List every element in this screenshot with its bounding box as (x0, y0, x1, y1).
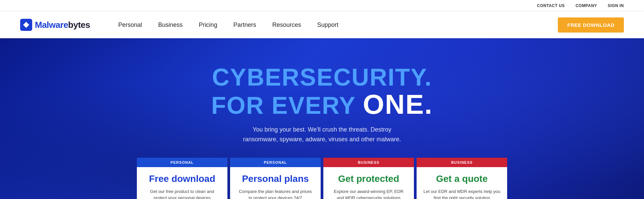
card-3-header: BUSINESS (323, 158, 414, 167)
sign-in-link[interactable]: SIGN IN (608, 3, 624, 8)
hero-section: CYBERSECURITY. FOR EVERY ONE. You bring … (0, 38, 644, 199)
card-2-header: PERSONAL (230, 158, 321, 167)
hero-subtitle-line2: ransomware, spyware, adware, viruses and… (243, 136, 401, 143)
logo-diamond (23, 22, 29, 28)
nav-links: Personal Business Pricing Partners Resou… (110, 11, 558, 38)
cards-row: PERSONAL Free download Get our free prod… (127, 158, 517, 199)
nav-business[interactable]: Business (150, 11, 191, 38)
card-1-body: Free download Get our free product to cl… (137, 167, 227, 199)
card-4-title[interactable]: Get a quote (436, 174, 488, 184)
card-3-title[interactable]: Get protected (338, 174, 399, 184)
hero-line2-suffix: ONE. (363, 89, 433, 119)
card-get-quote: BUSINESS Get a quote Let our EDR and MDR… (417, 158, 507, 199)
nav-partners[interactable]: Partners (225, 11, 264, 38)
hero-subtitle-line1: You bring your best. We'll crush the thr… (253, 126, 391, 133)
hero-subtitle: You bring your best. We'll crush the thr… (243, 125, 401, 144)
nav-resources[interactable]: Resources (264, 11, 309, 38)
contact-us-link[interactable]: CONTACT US (537, 3, 565, 8)
card-1-desc: Get our free product to clean and protec… (144, 188, 221, 199)
hero-line2-prefix: FOR EVERY (211, 92, 356, 119)
main-nav: Malwarebytes Personal Business Pricing P… (0, 11, 644, 38)
logo-wordmark: Malwarebytes (35, 20, 90, 30)
free-download-button[interactable]: FREE DOWNLOAD (558, 17, 624, 33)
hero-line1: CYBERSECURITY. (211, 65, 433, 89)
card-3-desc: Explore our award-winning EP, EDR and MD… (330, 188, 407, 199)
card-1-header: PERSONAL (137, 158, 227, 167)
card-4-body: Get a quote Let our EDR and MDR experts … (417, 167, 507, 199)
top-bar: CONTACT US COMPANY SIGN IN (0, 0, 644, 11)
logo-icon (20, 19, 32, 31)
card-3-body: Get protected Explore our award-winning … (323, 167, 414, 199)
card-get-protected: BUSINESS Get protected Explore our award… (323, 158, 414, 199)
company-link[interactable]: COMPANY (576, 3, 597, 8)
card-4-header: BUSINESS (417, 158, 507, 167)
card-2-desc: Compare the plan features and prices to … (237, 188, 314, 199)
card-personal-plans: PERSONAL Personal plans Compare the plan… (230, 158, 321, 199)
hero-line2: FOR EVERY ONE. (211, 89, 433, 119)
nav-personal[interactable]: Personal (110, 11, 150, 38)
card-2-body: Personal plans Compare the plan features… (230, 167, 321, 199)
nav-pricing[interactable]: Pricing (191, 11, 225, 38)
card-free-download: PERSONAL Free download Get our free prod… (137, 158, 227, 199)
card-4-desc: Let our EDR and MDR experts help you fin… (423, 188, 500, 199)
hero-headline: CYBERSECURITY. FOR EVERY ONE. (211, 65, 433, 119)
card-2-title[interactable]: Personal plans (242, 174, 309, 184)
nav-support[interactable]: Support (309, 11, 346, 38)
card-1-title[interactable]: Free download (149, 174, 215, 184)
logo[interactable]: Malwarebytes (20, 19, 90, 31)
